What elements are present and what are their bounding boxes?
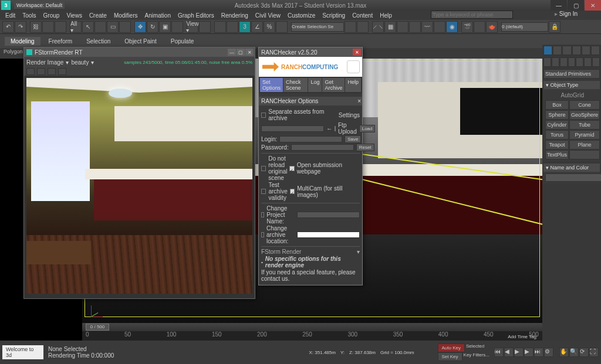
material-editor-icon[interactable]: ◉	[446, 21, 458, 33]
undo-icon[interactable]: ↶	[2, 21, 14, 33]
render-frame-icon[interactable]	[474, 21, 485, 33]
render-icon[interactable]: 🫖	[486, 21, 498, 33]
play-next-icon[interactable]: ▶	[524, 348, 534, 357]
placement-icon[interactable]	[171, 21, 183, 33]
move-icon[interactable]: ✥	[134, 21, 146, 33]
select-region-icon[interactable]: ▭	[107, 21, 119, 33]
projname-input[interactable]	[297, 212, 360, 218]
load-button[interactable]: Load	[359, 125, 376, 132]
schematic-icon[interactable]	[434, 21, 445, 33]
render-combo1[interactable]: Render Image	[26, 59, 63, 66]
tab-getarchive[interactable]: Get Archive	[322, 78, 345, 92]
scale-icon[interactable]: ▣	[159, 21, 171, 33]
btn-pyramid[interactable]: Pyramid	[569, 130, 600, 140]
mirror-icon[interactable]: ⟋⟍	[372, 21, 384, 33]
tab-setoptions[interactable]: Set Options	[260, 78, 283, 92]
minimize-button[interactable]: —	[551, 0, 567, 11]
render-tool-icon[interactable]	[58, 68, 66, 75]
angle-snap-icon[interactable]: ∠	[251, 21, 263, 33]
utilities-tab-icon[interactable]	[591, 46, 600, 55]
save-button[interactable]: Save	[345, 135, 361, 143]
bind-icon[interactable]	[55, 21, 66, 33]
render-close-button[interactable]: ✕	[245, 49, 254, 56]
keyboard-icon[interactable]	[227, 21, 238, 33]
btn-teapot[interactable]: Teapot	[545, 140, 569, 149]
hierarchy-tab-icon[interactable]	[562, 46, 571, 55]
object-name-input[interactable]	[545, 174, 601, 182]
tab-log[interactable]: Log	[308, 78, 322, 92]
tab-modeling[interactable]: Modeling	[5, 37, 40, 46]
toggle-ribbon-icon[interactable]	[409, 21, 421, 33]
tab-freeform[interactable]: Freeform	[43, 37, 79, 46]
tab-objectpaint[interactable]: Object Paint	[119, 37, 162, 46]
menu-create[interactable]: Create	[86, 12, 110, 19]
coord-x[interactable]: X: 351.485m	[309, 350, 336, 355]
time-handle[interactable]: 0 / 500	[86, 324, 109, 331]
unlink-icon[interactable]	[42, 21, 54, 33]
select-icon[interactable]: ↖	[82, 21, 94, 33]
search-input[interactable]	[431, 11, 513, 19]
sign-in-link[interactable]: ▸ Sign In	[555, 11, 578, 17]
reset-button[interactable]: Reset	[356, 144, 374, 151]
objecttype-header[interactable]: Object Type	[543, 81, 600, 89]
archive-path-input[interactable]	[261, 125, 324, 132]
ranch-close-button[interactable]: ✕	[353, 49, 361, 56]
setkey-button[interactable]: Set Key	[438, 352, 462, 361]
play-start-icon[interactable]: ⏮	[494, 348, 504, 357]
lights-icon[interactable]	[560, 57, 568, 67]
nav-orbit-icon[interactable]: ⟳	[579, 348, 589, 357]
menu-civilview[interactable]: Civil View	[252, 12, 283, 19]
ranchecker-dialog[interactable]: RANCHecker v2.5.20✕ RANCHCOMPUTING Set O…	[258, 47, 363, 285]
motion-tab-icon[interactable]	[572, 46, 581, 55]
maximize-button[interactable]: ▢	[568, 0, 584, 11]
nav-pan-icon[interactable]: ✋	[559, 348, 569, 357]
time-config-icon[interactable]: ⚙	[544, 348, 553, 357]
render-min-button[interactable]: —	[228, 49, 236, 56]
systems-icon[interactable]	[592, 57, 600, 67]
password-input[interactable]	[291, 144, 354, 151]
menu-animation[interactable]: Animation	[141, 12, 173, 19]
chk-ftp[interactable]	[335, 126, 336, 131]
snap-toggle-icon[interactable]: 3	[239, 21, 251, 33]
ranch-options-header[interactable]: RANCHecker Options×	[259, 97, 362, 106]
archloc-input[interactable]	[297, 232, 360, 238]
refcoord-icon[interactable]: View ▾	[187, 21, 198, 33]
render-tool-icon[interactable]	[48, 68, 56, 75]
lock-icon[interactable]: 🔒	[549, 21, 561, 33]
pivot-icon[interactable]	[199, 21, 211, 33]
play-prev-icon[interactable]: ◀	[504, 348, 514, 357]
chk-mc[interactable]	[290, 189, 295, 194]
render-max-button[interactable]: ▢	[237, 49, 245, 56]
rotate-icon[interactable]: ↻	[147, 21, 158, 33]
tab-help[interactable]: Help	[345, 78, 361, 92]
close-button[interactable]: ✕	[585, 0, 601, 11]
menu-grapheditors[interactable]: Graph Editors	[175, 12, 217, 19]
chk-cpn[interactable]	[261, 212, 264, 217]
curve-editor-icon[interactable]: 〰	[421, 21, 433, 33]
nav-max-icon[interactable]: ⛶	[589, 348, 599, 357]
chk-dnr[interactable]	[261, 166, 266, 171]
geometry-icon[interactable]	[543, 57, 551, 67]
maxscript-listener[interactable]: Welcome to 3d	[2, 345, 43, 359]
chk-osw[interactable]	[289, 166, 294, 171]
selset-next-icon[interactable]	[357, 21, 369, 33]
align-icon[interactable]: ▦	[384, 21, 396, 33]
tab-populate[interactable]: Populate	[165, 37, 200, 46]
cameras-icon[interactable]	[568, 57, 576, 67]
menu-customize[interactable]: Customize	[285, 12, 318, 19]
shapes-icon[interactable]	[552, 57, 559, 67]
modify-tab-icon[interactable]	[553, 46, 562, 55]
menu-scripting[interactable]: Scripting	[319, 12, 348, 19]
btn-torus[interactable]: Torus	[545, 130, 569, 140]
menu-group[interactable]: Group	[40, 12, 63, 19]
render-setup-icon[interactable]: 🎬	[461, 21, 473, 33]
btn-plane[interactable]: Plane	[569, 140, 600, 149]
render-window[interactable]: FStormRender RT —▢✕ Render Image▾ beauty…	[23, 47, 255, 299]
render-tool-icon[interactable]	[26, 68, 35, 75]
login-input[interactable]	[279, 136, 342, 142]
named-sel-input[interactable]	[291, 22, 344, 32]
tab-selection[interactable]: Selection	[80, 37, 116, 46]
time-slider[interactable]: 0 / 500 050100150200250300350400450500	[82, 323, 542, 341]
tab-checkscene[interactable]: Check Scene	[283, 78, 308, 92]
display-tab-icon[interactable]	[582, 46, 590, 55]
